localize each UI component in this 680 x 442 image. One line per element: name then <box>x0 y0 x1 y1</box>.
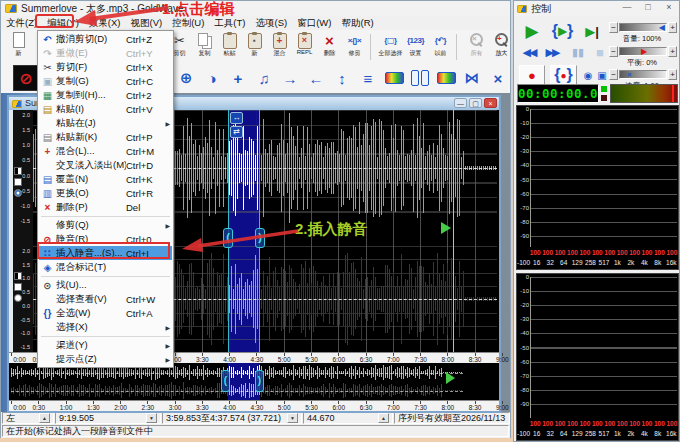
balance-slider[interactable]: ▶ <box>619 47 667 56</box>
record-button[interactable]: ● <box>519 65 545 85</box>
value-spin-up-button[interactable]: ▲ <box>378 413 389 423</box>
menubar-item-4[interactable]: 视图(V) <box>125 16 167 30</box>
selection-dropdown-button[interactable]: ▼ <box>287 413 298 423</box>
edit-menu-item-11[interactable]: ▤覆盖(N)Ctrl+K <box>39 172 172 186</box>
pause-button[interactable]: ▮▮ <box>569 44 587 60</box>
overview-selection-right-handle[interactable]: ) <box>255 370 264 392</box>
balance-plus-button[interactable]: + <box>668 46 677 57</box>
record-options-icon[interactable]: ▣ <box>596 69 608 81</box>
edit-menu-item-20[interactable]: ⊙找(U)... <box>39 278 172 292</box>
zoom-in-button[interactable]: +放大 <box>489 32 514 58</box>
wave-maximize-button[interactable]: ▢ <box>469 98 482 108</box>
score-icon[interactable]: ♫ <box>253 66 275 90</box>
overview-selection-left-handle[interactable]: ( <box>221 370 230 392</box>
control-maximize-button[interactable]: □ <box>642 2 654 12</box>
edit-menu-item-1[interactable]: ↶撤消剪切(D)Ctrl+Z <box>39 32 172 46</box>
new-file-button[interactable]: 新 <box>6 32 31 58</box>
edit-menu-item-9[interactable]: +混合(L)...Ctrl+M <box>39 144 172 158</box>
edit-menu-item-13[interactable]: ×删除(P)Del <box>39 200 172 214</box>
volume-slider-thumb-icon[interactable]: ◀ <box>659 23 665 32</box>
edit-menu-item-23[interactable]: 选择(X)▶ <box>39 320 172 334</box>
channel-spin-up-button[interactable]: ▲ <box>39 413 50 423</box>
all-button[interactable]: ×所有 <box>464 32 489 58</box>
left-channel-select-radio[interactable] <box>14 189 22 197</box>
menubar-item-7[interactable]: 选项(S) <box>251 16 293 30</box>
edit-menu-item-25[interactable]: 渠道(Y)▶ <box>39 338 172 352</box>
silence-icon[interactable]: ⊘ <box>13 65 39 91</box>
set-button[interactable]: {123}设置 <box>403 32 428 58</box>
edit-menu-item-12[interactable]: ▥更换(O)Ctrl+R <box>39 186 172 200</box>
spectrum-icon[interactable] <box>383 66 405 90</box>
equalizer-icon[interactable]: ≡ <box>357 66 379 90</box>
record-mode-icon[interactable]: ◉ <box>582 69 594 81</box>
speed-slider-thumb-icon[interactable]: × <box>627 70 632 79</box>
edit-menu-item-26[interactable]: 提示点(Z)▶ <box>39 352 172 366</box>
channel-zoom-widget[interactable] <box>14 272 22 280</box>
select-all-button[interactable]: {▢}全部选择 <box>378 32 403 58</box>
repl-button[interactable]: ×REPL <box>292 32 317 55</box>
edit-menu-item-4[interactable]: ▣复制(G)Ctrl+C <box>39 74 172 88</box>
channel-zoom-widget[interactable] <box>14 167 22 175</box>
arrow-right-icon[interactable]: → <box>279 66 301 90</box>
right-channel-select-radio[interactable] <box>14 294 22 302</box>
menubar-item-9[interactable]: 帮助(R) <box>336 16 378 30</box>
move-icon[interactable]: + <box>227 66 249 90</box>
balance-minus-button[interactable]: − <box>609 46 618 57</box>
volume-minus-button[interactable]: − <box>609 22 618 33</box>
play-selection-button[interactable]: {▶} <box>549 20 576 42</box>
cross-icon[interactable]: × <box>487 66 509 90</box>
arrow-vertical-icon[interactable]: ↕ <box>331 66 353 90</box>
delete-button[interactable]: ×删除 <box>317 32 342 58</box>
selection-left-bracket-handle[interactable]: ( <box>223 228 233 248</box>
edit-menu-item-7[interactable]: 粘贴在(J)▶ <box>39 116 172 130</box>
edit-menu-item-2[interactable]: ↷重做(E)Ctrl+Y <box>39 46 172 60</box>
volume-slider[interactable]: ◀ <box>619 23 667 32</box>
edit-menu-item-3[interactable]: ✂剪切(F)Ctrl+X <box>39 60 172 74</box>
speed-minus-button[interactable]: − <box>609 69 618 80</box>
menubar-item-8[interactable]: 窗口(W) <box>292 16 336 30</box>
overview-time-ruler[interactable]: 0:000:301:001:302:002:303:003:304:004:30… <box>9 400 499 411</box>
edit-menu-item-15[interactable]: 修剪(Q)▶ <box>39 218 172 232</box>
previous-button[interactable]: {↶}以前 <box>428 32 453 58</box>
record-selection-button[interactable]: {●} <box>550 65 577 85</box>
wagon-icon[interactable] <box>435 66 457 90</box>
trim-button[interactable]: ×{}×修剪 <box>342 32 367 58</box>
wave-close-button[interactable]: × <box>484 98 497 108</box>
copy-button[interactable]: 复制 <box>192 32 217 58</box>
rewind-button[interactable]: ◀◀ <box>518 44 540 60</box>
play-button[interactable]: ▶ <box>519 20 545 42</box>
edit-menu-item-8[interactable]: ▤粘贴新(K)Ctrl+P <box>39 130 172 144</box>
paste-new-button[interactable]: ▪新 <box>242 32 267 58</box>
balance-slider-thumb-icon[interactable]: ▶ <box>641 47 647 56</box>
overview-waveform[interactable]: ( ) <box>9 363 499 400</box>
split-icon[interactable]: ⋈ <box>461 66 483 90</box>
edit-menu-item-22[interactable]: {}全选(W)Ctrl+A <box>39 306 172 320</box>
speed-slider[interactable]: × <box>619 70 667 79</box>
arrow-left-icon[interactable]: ← <box>305 66 327 90</box>
color-wheel-icon[interactable]: ◑ <box>201 66 223 90</box>
control-close-button[interactable]: × <box>663 2 675 12</box>
channel-pan-widget[interactable] <box>14 283 22 291</box>
wave-minimize-button[interactable]: — <box>454 98 467 108</box>
play-to-end-button[interactable]: ▶| <box>580 20 604 42</box>
fast-forward-button[interactable]: ▶▶ <box>541 44 563 60</box>
volume-plus-button[interactable]: + <box>668 22 677 33</box>
doors-icon[interactable] <box>409 66 431 90</box>
channel-pan-widget[interactable] <box>14 178 22 186</box>
mix-button[interactable]: +混合 <box>267 32 292 58</box>
selection-stretch-handle-icon[interactable]: ⇄ <box>230 126 243 138</box>
edit-menu-item-5[interactable]: ▦复制到(H)...Ctrl+2 <box>39 88 172 102</box>
control-minimize-button[interactable]: — <box>621 2 633 12</box>
gear-icon[interactable]: ⊕ <box>175 66 197 90</box>
length-dropdown-button[interactable]: ▼ <box>146 413 157 423</box>
edit-menu-item-18[interactable]: ◈混合标记(T) <box>39 260 172 274</box>
edit-menu-item-21[interactable]: 选择查看(V)Ctrl+W <box>39 292 172 306</box>
selection-right-bracket-handle[interactable]: ) <box>255 228 265 248</box>
menubar-item-3[interactable]: 效果(X) <box>84 16 126 30</box>
edit-menu-item-6[interactable]: ▤粘贴(I)Ctrl+V <box>39 102 172 116</box>
freq-axis-label: 16 <box>530 259 543 268</box>
selection-move-handle-icon[interactable]: ↔ <box>230 112 243 124</box>
speed-plus-button[interactable]: + <box>668 69 677 80</box>
paste-button[interactable]: 粘贴 <box>217 32 242 58</box>
edit-menu-item-10[interactable]: 交叉淡入淡出(M)...Ctrl+D <box>39 158 172 172</box>
